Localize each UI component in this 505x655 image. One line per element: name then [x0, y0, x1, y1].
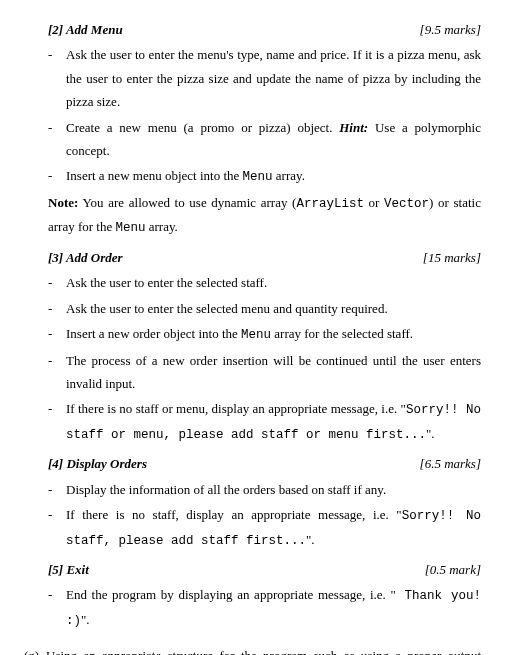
bullet-item: -Insert a new order object into the Menu…	[48, 322, 481, 347]
section: [3] Add Order[15 marks]-Ask the user to …	[24, 246, 481, 446]
bullet-dash: -	[48, 503, 66, 552]
mono-text: ArrayList	[296, 197, 364, 211]
section: [5] Exit[0.5 mark]-End the program by di…	[24, 558, 481, 632]
bullet-dash: -	[48, 397, 66, 446]
section-title: [5] Exit	[48, 558, 89, 581]
mono-text: Menu	[116, 221, 146, 235]
text-run: ".	[306, 532, 315, 547]
bullet-dash: -	[48, 164, 66, 189]
bullet-dash: -	[48, 478, 66, 501]
mono-text: Menu	[243, 170, 273, 184]
bullet-dash: -	[48, 271, 66, 294]
bullet-dash: -	[48, 116, 66, 163]
section-title: [2] Add Menu	[48, 18, 123, 41]
bullet-text: Ask the user to enter the selected staff…	[66, 271, 481, 294]
mono-text: Vector	[384, 197, 429, 211]
section: [4] Display Orders[6.5 marks]-Display th…	[24, 452, 481, 552]
bullet-text: Display the information of all the order…	[66, 478, 481, 501]
bullet-list: -End the program by displaying an approp…	[48, 583, 481, 632]
section-marks: [15 marks]	[423, 246, 481, 269]
bullet-item: -Ask the user to enter the menu's type, …	[48, 43, 481, 113]
bullet-text: Insert a new menu object into the Menu a…	[66, 164, 481, 189]
section-title: [3] Add Order	[48, 246, 123, 269]
text-run: End the program by displaying an appropr…	[66, 587, 396, 602]
note-label: Note:	[48, 195, 78, 210]
text-run: Ask the user to enter the selected menu …	[66, 301, 388, 316]
document-body: [2] Add Menu[9.5 marks]-Ask the user to …	[24, 18, 481, 655]
bullet-dash: -	[48, 297, 66, 320]
section-marks: [6.5 marks]	[420, 452, 481, 475]
text-run: If there is no staff, display an appropr…	[66, 507, 402, 522]
section-header: [2] Add Menu[9.5 marks]	[48, 18, 481, 41]
outer-item: (g)Using an appropriate structure for th…	[24, 644, 481, 655]
mono-text: Menu	[241, 328, 271, 342]
bullet-list: -Ask the user to enter the menu's type, …	[48, 43, 481, 188]
note: Note: You are allowed to use dynamic arr…	[48, 191, 481, 240]
bullet-text: Insert a new order object into the Menu …	[66, 322, 481, 347]
text-run: Insert a new menu object into the	[66, 168, 243, 183]
bullet-list: -Ask the user to enter the selected staf…	[48, 271, 481, 446]
text-run: You are allowed to use dynamic array (	[78, 195, 296, 210]
section: [2] Add Menu[9.5 marks]-Ask the user to …	[24, 18, 481, 240]
section-marks: [0.5 mark]	[425, 558, 481, 581]
bullet-text: End the program by displaying an appropr…	[66, 583, 481, 632]
outer-body: Using an appropriate structure for the p…	[46, 648, 481, 655]
outer-text: Using an appropriate structure for the p…	[46, 644, 481, 655]
bullet-text: Create a new menu (a promo or pizza) obj…	[66, 116, 481, 163]
bullet-item: -If there is no staff, display an approp…	[48, 503, 481, 552]
text-run: Ask the user to enter the selected staff…	[66, 275, 267, 290]
text-run: Ask the user to enter the menu's type, n…	[66, 47, 481, 109]
text-run: array for the selected staff.	[271, 326, 413, 341]
section-title: [4] Display Orders	[48, 452, 147, 475]
bullet-item: -Display the information of all the orde…	[48, 478, 481, 501]
outer-label: (g)	[24, 644, 46, 655]
text-run: Insert a new order object into the	[66, 326, 241, 341]
bullet-dash: -	[48, 583, 66, 632]
bullet-item: -End the program by displaying an approp…	[48, 583, 481, 632]
bullet-dash: -	[48, 349, 66, 396]
section-header: [4] Display Orders[6.5 marks]	[48, 452, 481, 475]
text-run: Display the information of all the order…	[66, 482, 386, 497]
bullet-item: -Ask the user to enter the selected menu…	[48, 297, 481, 320]
bullet-text: If there is no staff or menu, display an…	[66, 397, 481, 446]
section-marks: [9.5 marks]	[420, 18, 481, 41]
text-run: ".	[81, 612, 90, 627]
bullet-text: Ask the user to enter the selected menu …	[66, 297, 481, 320]
bullet-dash: -	[48, 322, 66, 347]
text-run: The process of a new order insertion wil…	[66, 353, 481, 391]
bullet-item: -Insert a new menu object into the Menu …	[48, 164, 481, 189]
bullet-dash: -	[48, 43, 66, 113]
text-run: If there is no staff or menu, display an…	[66, 401, 406, 416]
bullet-list: -Display the information of all the orde…	[48, 478, 481, 552]
text-run: ".	[426, 426, 435, 441]
text-run: or	[364, 195, 384, 210]
bullet-item: -If there is no staff or menu, display a…	[48, 397, 481, 446]
bullet-text: If there is no staff, display an appropr…	[66, 503, 481, 552]
text-run: array.	[273, 168, 305, 183]
text-run: Create a new menu (a promo or pizza) obj…	[66, 120, 339, 135]
bullet-text: The process of a new order insertion wil…	[66, 349, 481, 396]
section-header: [5] Exit[0.5 mark]	[48, 558, 481, 581]
text-run: array.	[146, 219, 178, 234]
bullet-text: Ask the user to enter the menu's type, n…	[66, 43, 481, 113]
bullet-item: -Create a new menu (a promo or pizza) ob…	[48, 116, 481, 163]
hint-label: Hint:	[339, 120, 368, 135]
section-header: [3] Add Order[15 marks]	[48, 246, 481, 269]
bullet-item: -The process of a new order insertion wi…	[48, 349, 481, 396]
bullet-item: -Ask the user to enter the selected staf…	[48, 271, 481, 294]
